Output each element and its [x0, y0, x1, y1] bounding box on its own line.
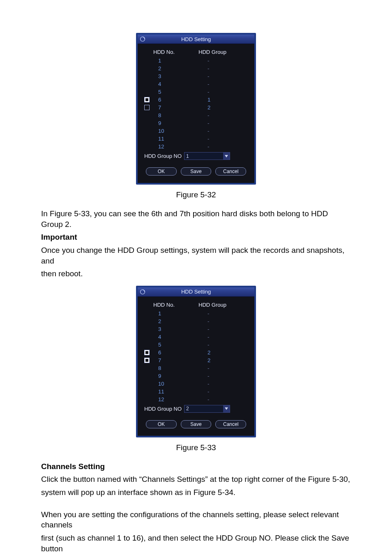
- row-hdd-no: 10: [153, 381, 191, 387]
- row-checkbox-cell: [144, 342, 153, 347]
- table-row: 10-: [144, 380, 248, 388]
- row-checkbox-cell: [144, 334, 153, 340]
- hdd-group-no-row: HDD Group NO 1: [144, 152, 248, 160]
- table-rows: 1-2-3-4-5-62728-9-10-11-12-: [144, 310, 248, 403]
- row-checkbox[interactable]: [144, 105, 150, 110]
- row-checkbox-cell: [144, 105, 153, 110]
- table-row: 2-: [144, 317, 248, 325]
- dialog-body: HDD No. HDD Group 1-2-3-4-5-62728-9-10-1…: [138, 297, 254, 436]
- row-hdd-group: -: [191, 120, 248, 126]
- row-hdd-no: 10: [153, 128, 191, 134]
- dialog-title: HDD Setting: [148, 289, 244, 295]
- table-row: 12-: [144, 395, 248, 403]
- table-row: 72: [144, 356, 248, 364]
- row-checkbox-cell: [144, 311, 153, 316]
- table-row: 1-: [144, 310, 248, 317]
- hdd-group-no-value: 2: [184, 406, 223, 412]
- table-row: 11-: [144, 135, 248, 143]
- cancel-button-label: Cancel: [223, 169, 238, 174]
- table-row: 72: [144, 104, 248, 111]
- hdd-group-no-row: HDD Group NO 2: [144, 405, 248, 413]
- row-hdd-group: -: [191, 89, 248, 95]
- row-checkbox[interactable]: [144, 358, 150, 363]
- row-hdd-group: -: [191, 73, 248, 79]
- row-hdd-group: -: [191, 365, 248, 371]
- paragraph-3-line-1: Click the button named with “Channels Se…: [41, 474, 351, 485]
- table-row: 9-: [144, 372, 248, 380]
- hdd-group-no-select[interactable]: 2: [184, 405, 230, 413]
- row-hdd-group: 2: [191, 357, 248, 363]
- ok-button-label: OK: [158, 169, 165, 174]
- row-hdd-group: -: [191, 381, 248, 387]
- table-row: 62: [144, 349, 248, 356]
- row-hdd-group: -: [191, 342, 248, 348]
- channels-setting-heading: Channels Setting: [41, 461, 351, 472]
- row-checkbox-cell: [144, 66, 153, 71]
- row-hdd-no: 4: [153, 81, 191, 87]
- row-hdd-group: -: [191, 65, 248, 72]
- save-button[interactable]: Save: [181, 420, 212, 428]
- dropdown-arrow-icon: [223, 405, 230, 412]
- hdd-setting-dialog-2: HDD Setting HDD No. HDD Group 1-2-3-4-5-…: [136, 286, 256, 437]
- row-hdd-no: 8: [153, 365, 191, 371]
- document-page: HDD Setting HDD No. HDD Group 1-2-3-4-5-…: [0, 0, 392, 555]
- row-hdd-no: 2: [153, 318, 191, 324]
- row-checkbox-cell: [144, 81, 153, 87]
- table-row: 9-: [144, 119, 248, 127]
- row-checkbox[interactable]: [144, 97, 150, 102]
- row-hdd-no: 2: [153, 65, 191, 72]
- figure-5-33-container: HDD Setting HDD No. HDD Group 1-2-3-4-5-…: [41, 286, 351, 437]
- header-hdd-no: HDD No.: [153, 302, 186, 308]
- row-checkbox-cell: [144, 120, 153, 126]
- row-hdd-no: 3: [153, 73, 191, 79]
- ok-button[interactable]: OK: [146, 167, 177, 176]
- important-heading: Important: [41, 232, 351, 243]
- table-row: 61: [144, 96, 248, 104]
- row-hdd-no: 5: [153, 342, 191, 348]
- row-checkbox-cell: [144, 319, 153, 324]
- row-hdd-no: 6: [153, 349, 191, 356]
- hdd-group-no-select[interactable]: 1: [184, 152, 230, 160]
- button-row: OK Save Cancel: [144, 420, 248, 433]
- row-checkbox-cell: [144, 365, 153, 371]
- row-hdd-no: 12: [153, 396, 191, 402]
- header-hdd-group: HDD Group: [186, 49, 248, 55]
- table-rows: 1-2-3-4-5-61728-9-10-11-12-: [144, 57, 248, 150]
- table-row: 11-: [144, 388, 248, 395]
- figure-5-32-container: HDD Setting HDD No. HDD Group 1-2-3-4-5-…: [41, 33, 351, 185]
- paragraph-3-line-2: system will pop up an interface shown as…: [41, 487, 351, 498]
- row-checkbox-cell: [144, 136, 153, 141]
- row-checkbox-cell: [144, 144, 153, 149]
- cancel-button[interactable]: Cancel: [215, 167, 246, 176]
- row-hdd-no: 7: [153, 357, 191, 363]
- row-hdd-group: -: [191, 326, 248, 332]
- row-hdd-group: -: [191, 310, 248, 317]
- table-row: 8-: [144, 364, 248, 372]
- header-hdd-group: HDD Group: [186, 302, 248, 308]
- row-checkbox[interactable]: [144, 350, 150, 355]
- row-checkbox-cell: [144, 74, 153, 79]
- dialog-titlebar: HDD Setting: [138, 287, 254, 297]
- cancel-button-label: Cancel: [223, 421, 238, 427]
- row-hdd-no: 3: [153, 326, 191, 332]
- row-checkbox-cell: [144, 397, 153, 402]
- table-row: 4-: [144, 80, 248, 88]
- table-row: 10-: [144, 127, 248, 135]
- row-checkbox-cell: [144, 89, 153, 95]
- dialog-icon: [138, 36, 148, 42]
- dialog-titlebar: HDD Setting: [138, 35, 254, 44]
- ok-button-label: OK: [158, 421, 165, 427]
- hdd-group-no-value: 1: [184, 153, 223, 159]
- cancel-button[interactable]: Cancel: [215, 420, 246, 428]
- row-hdd-group: -: [191, 136, 248, 142]
- table-row: 1-: [144, 57, 248, 65]
- row-hdd-no: 7: [153, 104, 191, 111]
- row-checkbox-cell: [144, 58, 153, 63]
- row-checkbox-cell: [144, 128, 153, 134]
- save-button[interactable]: Save: [181, 167, 212, 176]
- row-hdd-no: 11: [153, 388, 191, 395]
- table-row: 3-: [144, 325, 248, 333]
- table-row: 4-: [144, 333, 248, 341]
- table-header: HDD No. HDD Group: [144, 48, 248, 56]
- ok-button[interactable]: OK: [146, 420, 177, 428]
